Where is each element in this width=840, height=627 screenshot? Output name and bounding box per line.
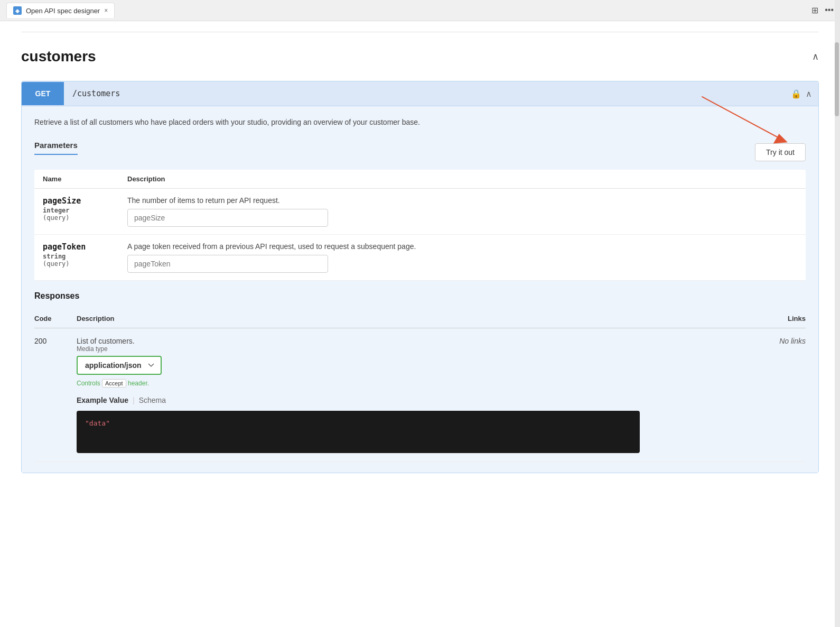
response-links-200: No links	[640, 328, 806, 462]
params-header-row: Parameters Try it out	[34, 141, 806, 163]
parameters-section: Parameters	[34, 141, 78, 163]
customers-header: customers ∧	[21, 43, 819, 70]
scrollbar[interactable]	[835, 0, 840, 627]
param-name-pagetoken: pageToken	[43, 242, 110, 252]
response-desc-200: List of customers. Media type applicatio…	[77, 328, 640, 462]
endpoint-icons: 🔒 ∧	[791, 89, 818, 99]
param-row-pagesize: pageSize integer (query) The number of i…	[34, 189, 806, 235]
tab-title: Open API spec designer	[26, 7, 100, 15]
chevron-up-icon[interactable]: ∧	[806, 89, 812, 99]
param-desc-pagesize: The number of items to return per API re…	[127, 196, 797, 205]
parameters-table: Name Description pageSize integer (query…	[34, 170, 806, 281]
schema-tab[interactable]: Schema	[139, 396, 166, 407]
params-col-name: Name	[34, 170, 119, 189]
tab-icon: ◈	[13, 6, 22, 15]
browser-bar: ◈ Open API spec designer × ⊞ •••	[0, 0, 840, 21]
params-col-description: Description	[119, 170, 806, 189]
controls-text: Controls Accept header.	[77, 379, 640, 388]
code-block: "data"	[77, 411, 640, 453]
param-location-pagetoken: (query)	[43, 260, 110, 268]
browser-tab[interactable]: ◈ Open API spec designer ×	[6, 3, 115, 18]
response-code-200: 200	[34, 328, 77, 462]
accept-badge: Accept	[102, 379, 126, 388]
endpoint-body: Retrieve a list of all customers who hav…	[22, 106, 818, 473]
browser-actions: ⊞ •••	[811, 5, 834, 15]
code-sample: "data"	[85, 419, 110, 427]
media-type-select[interactable]: application/json	[77, 356, 162, 375]
endpoint-header: GET /customers 🔒 ∧	[22, 81, 818, 106]
param-name-pagesize: pageSize	[43, 196, 110, 206]
param-location-pagesize: (query)	[43, 214, 110, 222]
endpoint-path: /customers	[64, 81, 791, 106]
param-type-pagesize: integer	[43, 207, 110, 214]
param-row-pagetoken: pageToken string (query) A page token re…	[34, 235, 806, 281]
tab-close-button[interactable]: ×	[104, 7, 108, 14]
responses-title: Responses	[34, 291, 806, 301]
responses-section: Responses Code Description Links 200	[34, 291, 806, 462]
param-desc-pagetoken: A page token received from a previous AP…	[127, 242, 797, 251]
parameters-tab[interactable]: Parameters	[34, 141, 78, 155]
responses-col-code: Code	[34, 309, 77, 328]
param-type-pagetoken: string	[43, 253, 110, 260]
more-options-icon[interactable]: •••	[825, 5, 834, 15]
split-view-icon[interactable]: ⊞	[811, 5, 818, 15]
param-input-pagetoken[interactable]	[127, 255, 328, 273]
main-content: customers ∧ GET /customers 🔒 ∧ Retrieve …	[0, 21, 840, 627]
example-value-tabs: Example Value | Schema	[77, 396, 640, 407]
lock-icon: 🔒	[791, 89, 801, 99]
responses-col-links: Links	[640, 309, 806, 328]
endpoint-block: GET /customers 🔒 ∧ Retrieve a list of al…	[21, 81, 819, 473]
method-badge: GET	[22, 82, 64, 105]
collapse-icon[interactable]: ∧	[812, 51, 819, 62]
responses-col-description: Description	[77, 309, 640, 328]
media-type-label: Media type	[77, 345, 640, 353]
responses-table: Code Description Links 200 List of custo…	[34, 309, 806, 462]
param-input-pagesize[interactable]	[127, 209, 328, 227]
endpoint-description: Retrieve a list of all customers who hav…	[34, 117, 806, 128]
example-value-tab[interactable]: Example Value	[77, 396, 128, 407]
response-description-text: List of customers.	[77, 337, 640, 345]
scrollbar-thumb[interactable]	[835, 42, 839, 116]
response-row-200: 200 List of customers. Media type applic…	[34, 328, 806, 462]
try-it-out-button[interactable]: Try it out	[755, 143, 806, 161]
section-title: customers	[21, 48, 96, 65]
